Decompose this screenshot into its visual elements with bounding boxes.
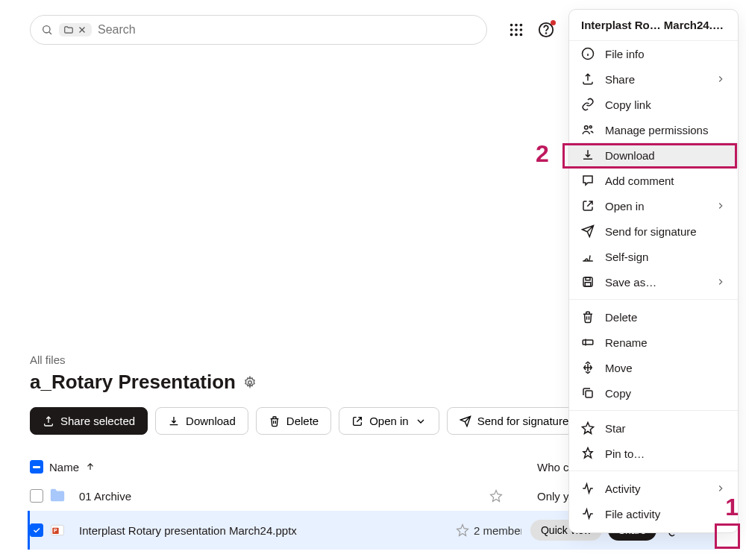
file-name: 01 Archive	[79, 490, 485, 503]
chevron-right-icon	[715, 483, 726, 494]
menu-item-label: Copy	[605, 387, 726, 400]
menu-item-delete[interactable]: Delete	[569, 304, 738, 330]
menu-item-label: Open in	[605, 200, 705, 213]
delete-icon	[581, 310, 595, 324]
download-icon	[168, 415, 180, 427]
copy-icon	[581, 386, 595, 400]
svg-rect-33	[583, 340, 593, 345]
open-in-button[interactable]: Open in	[339, 407, 439, 435]
menu-item-pin-to-[interactable]: Pin to…	[569, 441, 738, 466]
menu-item-move[interactable]: Move	[569, 355, 738, 380]
context-menu-title: Interplast Ro… March24.pptx	[569, 10, 738, 41]
menu-item-label: Self-sign	[605, 251, 726, 263]
button-label: Delete	[286, 415, 319, 427]
chevron-right-icon	[715, 277, 726, 287]
svg-point-9	[520, 28, 523, 31]
menu-item-self-sign[interactable]: Self-sign	[569, 244, 738, 269]
send-signature-button[interactable]: Send for signature	[447, 407, 582, 435]
access-cell: 2 members	[474, 524, 521, 537]
saveas-icon	[581, 275, 595, 289]
menu-item-label: Pin to…	[605, 447, 726, 460]
page-title: a_Rotary Presentation	[30, 371, 236, 394]
button-label: Open in	[369, 415, 409, 427]
column-label: Name	[49, 461, 79, 474]
menu-item-label: Download	[605, 149, 726, 162]
svg-point-28	[585, 126, 589, 130]
menu-item-save-as-[interactable]: Save as…	[569, 269, 738, 295]
menu-item-send-for-signature[interactable]: Send for signature	[569, 218, 738, 244]
file-name: Interplast Rotary presentation March24.p…	[79, 524, 451, 537]
move-icon	[581, 361, 595, 374]
svg-point-29	[589, 126, 592, 128]
menu-item-share[interactable]: Share	[569, 66, 738, 92]
search-icon	[41, 24, 53, 36]
rename-icon	[581, 336, 595, 349]
svg-point-0	[43, 26, 50, 33]
chevron-right-icon	[715, 201, 726, 211]
chevron-right-icon	[715, 74, 726, 84]
search-input[interactable]	[98, 23, 476, 37]
menu-item-file-info[interactable]: File info	[569, 41, 738, 66]
delete-button[interactable]: Delete	[256, 407, 331, 435]
menu-item-label: Rename	[605, 336, 726, 349]
svg-point-15	[248, 380, 252, 384]
svg-point-6	[520, 24, 523, 27]
search-scope-chip[interactable]	[59, 23, 92, 37]
fileactivity-icon	[581, 507, 595, 520]
menu-item-download[interactable]: Download	[569, 142, 738, 168]
share-selected-button[interactable]: Share selected	[30, 407, 148, 435]
menu-item-label: File info	[605, 48, 726, 60]
svg-point-8	[515, 28, 518, 31]
share-icon	[581, 72, 595, 86]
star-icon[interactable]	[456, 523, 469, 537]
menu-item-copy[interactable]: Copy	[569, 380, 738, 406]
star-icon	[581, 421, 595, 435]
menu-item-open-in[interactable]: Open in	[569, 193, 738, 218]
menu-item-activity[interactable]: Activity	[569, 476, 738, 501]
menu-item-label: Send for signature	[605, 225, 726, 238]
info-icon	[581, 47, 595, 60]
button-label: Download	[186, 415, 236, 427]
open-icon	[581, 199, 595, 213]
context-menu: Interplast Ro… March24.pptx File infoSha…	[568, 9, 739, 533]
star-icon[interactable]	[489, 489, 503, 503]
chevron-down-icon	[415, 415, 427, 427]
menu-item-label: Add comment	[605, 174, 726, 187]
menu-item-rename[interactable]: Rename	[569, 330, 738, 355]
menu-divider	[569, 410, 738, 411]
menu-item-label: Activity	[605, 482, 705, 495]
comment-icon	[581, 174, 595, 187]
menu-item-copy-link[interactable]: Copy link	[569, 92, 738, 117]
menu-item-label: Save as…	[605, 276, 705, 289]
row-checkbox[interactable]	[30, 523, 43, 537]
svg-point-4	[510, 24, 513, 27]
close-icon[interactable]	[77, 25, 87, 35]
menu-item-manage-permissions[interactable]: Manage permissions	[569, 117, 738, 142]
apps-icon[interactable]	[508, 22, 524, 38]
open-icon	[351, 415, 363, 427]
selfsign-icon	[581, 250, 595, 263]
search-box[interactable]	[30, 15, 487, 45]
menu-item-label: Move	[605, 362, 726, 374]
share-icon	[43, 415, 54, 427]
menu-item-label: Copy link	[605, 98, 726, 111]
menu-item-label: Star	[605, 422, 726, 435]
column-name[interactable]: Name	[49, 461, 507, 474]
svg-rect-35	[586, 391, 592, 397]
gear-icon[interactable]	[243, 376, 257, 389]
download-button[interactable]: Download	[155, 407, 248, 435]
select-all-checkbox[interactable]	[30, 460, 43, 474]
svg-text:P: P	[54, 528, 57, 533]
folder-icon	[63, 25, 74, 35]
button-label: Share selected	[60, 415, 135, 427]
pin-icon	[581, 447, 595, 460]
svg-line-1	[49, 32, 51, 34]
menu-item-file-activity[interactable]: File activity	[569, 501, 738, 526]
menu-item-add-comment[interactable]: Add comment	[569, 168, 738, 193]
menu-item-label: Share	[605, 73, 705, 86]
link-icon	[581, 98, 595, 111]
row-checkbox[interactable]	[30, 489, 43, 503]
trash-icon	[269, 415, 280, 427]
help-icon[interactable]	[538, 22, 554, 38]
menu-item-star[interactable]: Star	[569, 415, 738, 441]
